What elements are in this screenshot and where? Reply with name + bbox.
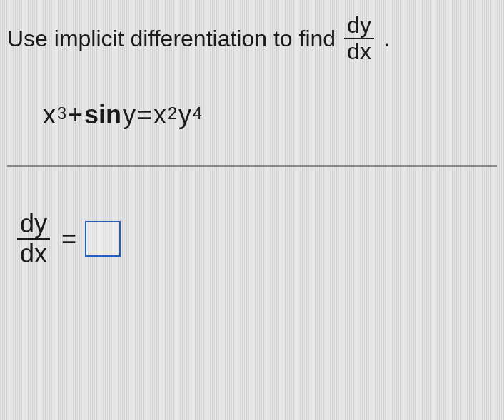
rhs-x-exp: 2 bbox=[168, 104, 177, 123]
sin-argument: y bbox=[123, 100, 136, 130]
problem-statement: Use implicit differentiation to find dy … bbox=[7, 13, 497, 64]
equals-sign: = bbox=[137, 100, 152, 130]
term-x-base: x bbox=[43, 100, 56, 130]
answer-fraction: dy dx bbox=[17, 210, 50, 267]
instruction-text: Use implicit differentiation to find bbox=[7, 21, 336, 56]
rhs-x-base: x bbox=[153, 100, 166, 130]
fraction-numerator: dy bbox=[344, 13, 374, 39]
term-x-exp: 3 bbox=[57, 104, 66, 123]
answer-fraction-numerator: dy bbox=[17, 210, 50, 240]
answer-fraction-denominator: dx bbox=[17, 240, 50, 268]
plus-sign: + bbox=[68, 100, 83, 130]
equation: x3 + sin y = x2y4 bbox=[43, 100, 497, 130]
rhs-y-exp: 4 bbox=[193, 104, 202, 123]
answer-row: dy dx = bbox=[14, 210, 497, 267]
answer-input[interactable] bbox=[85, 221, 121, 257]
period: . bbox=[384, 21, 390, 56]
fraction-denominator: dx bbox=[344, 39, 374, 64]
rhs-y-base: y bbox=[178, 100, 191, 130]
section-divider bbox=[7, 165, 497, 167]
sin-function: sin bbox=[84, 100, 121, 130]
dy-dx-fraction: dy dx bbox=[344, 13, 374, 64]
answer-equals: = bbox=[61, 224, 76, 254]
